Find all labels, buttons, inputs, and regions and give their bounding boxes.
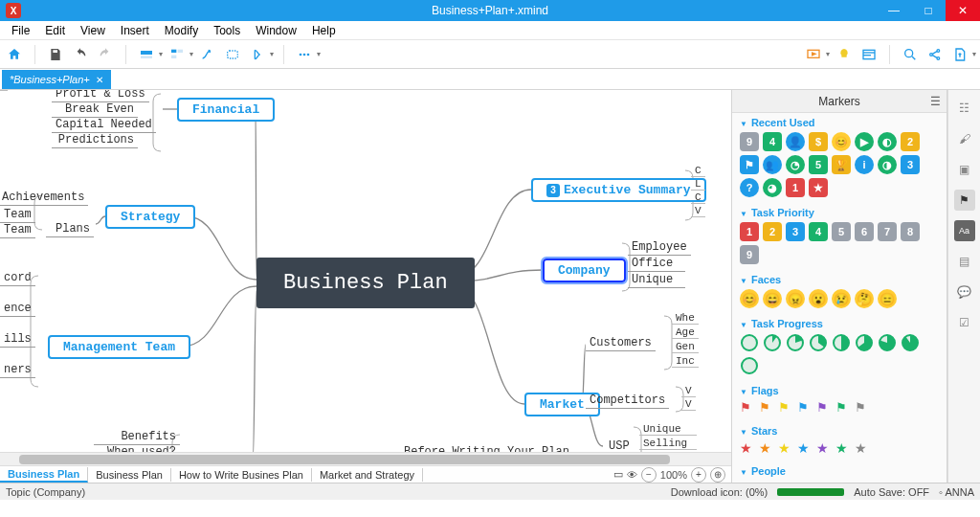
- marker-chip[interactable]: 4: [763, 132, 782, 151]
- marker-chip[interactable]: ◔: [786, 155, 805, 174]
- menu-tools[interactable]: Tools: [206, 24, 248, 37]
- marker-star[interactable]: ★: [778, 440, 793, 456]
- marker-chip[interactable]: 😊: [832, 132, 851, 151]
- search-icon[interactable]: [900, 44, 921, 65]
- marker-chip[interactable]: ◐: [878, 132, 897, 151]
- marker-star[interactable]: ★: [759, 440, 774, 456]
- mindmap-node[interactable]: ners: [0, 362, 35, 378]
- mindmap-node[interactable]: Competitors: [586, 393, 669, 409]
- markers-menu-icon[interactable]: ☰: [930, 95, 941, 108]
- marker-progress[interactable]: [901, 333, 920, 352]
- marker-chip[interactable]: 7: [878, 222, 897, 241]
- sheet-tab-0[interactable]: Business Plan: [0, 467, 88, 483]
- more-icon[interactable]: [294, 44, 315, 65]
- mindmap-node[interactable]: Team: [0, 222, 35, 238]
- document-tab-close-icon[interactable]: ✕: [96, 75, 103, 85]
- mindmap-node[interactable]: Capital Needed: [52, 117, 156, 133]
- home-icon[interactable]: [4, 44, 25, 65]
- marker-star[interactable]: ★: [740, 440, 755, 456]
- marker-star[interactable]: ★: [816, 440, 832, 456]
- marker-flag[interactable]: ⚑: [816, 400, 832, 416]
- marker-flag[interactable]: ⚑: [797, 400, 813, 416]
- mindmap-node[interactable]: Financial: [177, 98, 275, 122]
- marker-star[interactable]: ★: [797, 440, 813, 456]
- menu-help[interactable]: Help: [304, 24, 344, 37]
- relationship-icon[interactable]: [197, 44, 218, 65]
- section-people[interactable]: People: [732, 461, 947, 479]
- document-tab[interactable]: *Business+Plan+ ✕: [2, 70, 111, 89]
- marker-chip[interactable]: 3: [901, 155, 920, 174]
- mindmap-node[interactable]: Whe: [672, 312, 699, 325]
- marker-chip[interactable]: 8: [901, 222, 920, 241]
- marker-progress[interactable]: [786, 333, 805, 352]
- menu-edit[interactable]: Edit: [37, 24, 73, 37]
- marker-progress[interactable]: [763, 333, 782, 352]
- sheet-tab-2[interactable]: How to Write Busines Plan: [171, 468, 312, 482]
- menu-insert[interactable]: Insert: [113, 24, 157, 37]
- marker-flag[interactable]: ⚑: [740, 400, 755, 416]
- mindmap-canvas[interactable]: Business PlanFinancialProfit & LossBreak…: [0, 90, 731, 452]
- mindmap-node[interactable]: Office: [628, 256, 685, 272]
- mindmap-node[interactable]: Age: [672, 326, 699, 339]
- subtopic-icon[interactable]: [167, 44, 188, 65]
- marker-chip[interactable]: ▶: [855, 132, 874, 151]
- marker-face[interactable]: 😢: [832, 289, 851, 308]
- marker-chip[interactable]: 3: [786, 222, 805, 241]
- mindmap-node[interactable]: cord: [0, 270, 35, 286]
- rail-format-icon[interactable]: 🖌: [954, 128, 975, 149]
- section-stars[interactable]: Stars: [732, 421, 947, 438]
- share-icon[interactable]: [924, 44, 946, 65]
- mindmap-node[interactable]: C: [691, 165, 705, 177]
- undo-icon[interactable]: [70, 44, 91, 65]
- save-icon[interactable]: [45, 44, 66, 65]
- marker-chip[interactable]: $: [809, 132, 828, 151]
- mindmap-node[interactable]: ills: [0, 331, 35, 348]
- overview-icon[interactable]: ▭: [613, 468, 623, 481]
- mindmap-node[interactable]: C: [691, 191, 705, 204]
- mindmap-node[interactable]: USP: [605, 438, 634, 452]
- section-progress[interactable]: Task Progress: [732, 314, 947, 331]
- menu-view[interactable]: View: [73, 24, 113, 37]
- rail-comments-icon[interactable]: 💬: [954, 281, 975, 303]
- rail-image-icon[interactable]: ▣: [954, 159, 975, 180]
- marker-flag[interactable]: ⚑: [759, 400, 774, 416]
- section-recent[interactable]: Recent Used: [732, 113, 947, 130]
- zoom-out-button[interactable]: −: [641, 467, 657, 483]
- marker-chip[interactable]: 1: [740, 222, 759, 241]
- summary-icon[interactable]: [247, 44, 268, 65]
- marker-chip[interactable]: 5: [832, 222, 851, 241]
- marker-progress[interactable]: [878, 333, 897, 352]
- boundary-icon[interactable]: [222, 44, 243, 65]
- marker-chip[interactable]: ◑: [878, 155, 897, 174]
- marker-chip[interactable]: 👥: [763, 155, 782, 174]
- mindmap-node[interactable]: V: [681, 385, 696, 397]
- marker-progress[interactable]: [855, 333, 874, 352]
- section-faces[interactable]: Faces: [732, 270, 947, 287]
- mindmap-node[interactable]: Unique: [639, 423, 697, 436]
- mindmap-node[interactable]: Gen: [672, 341, 699, 353]
- marker-chip[interactable]: ◕: [763, 178, 782, 197]
- idea-icon[interactable]: [834, 44, 855, 65]
- menu-modify[interactable]: Modify: [157, 24, 206, 37]
- marker-chip[interactable]: 1: [786, 178, 805, 197]
- marker-chip[interactable]: 4: [809, 222, 828, 241]
- marker-flag[interactable]: ⚑: [855, 400, 870, 416]
- mindmap-node[interactable]: L: [691, 178, 705, 191]
- sheet-tab-1[interactable]: Business Plan: [88, 468, 171, 482]
- marker-chip[interactable]: i: [855, 155, 874, 174]
- marker-chip[interactable]: 6: [855, 222, 874, 241]
- maximize-button[interactable]: □: [911, 0, 946, 21]
- menu-window[interactable]: Window: [248, 24, 304, 37]
- section-priority[interactable]: Task Priority: [732, 203, 947, 220]
- mindmap-node[interactable]: Management Team: [48, 335, 190, 359]
- rail-markers-icon[interactable]: ⚑: [954, 190, 975, 211]
- marker-chip[interactable]: 2: [763, 222, 782, 241]
- section-flags[interactable]: Flags: [732, 381, 947, 398]
- marker-face[interactable]: 😊: [740, 289, 759, 308]
- marker-face[interactable]: 🤔: [855, 289, 874, 308]
- mindmap-node[interactable]: V: [681, 398, 696, 411]
- export-icon[interactable]: [949, 44, 970, 65]
- marker-star[interactable]: ★: [835, 440, 851, 456]
- marker-chip[interactable]: ⚑: [740, 155, 759, 174]
- zoom-in-button[interactable]: +: [691, 467, 706, 483]
